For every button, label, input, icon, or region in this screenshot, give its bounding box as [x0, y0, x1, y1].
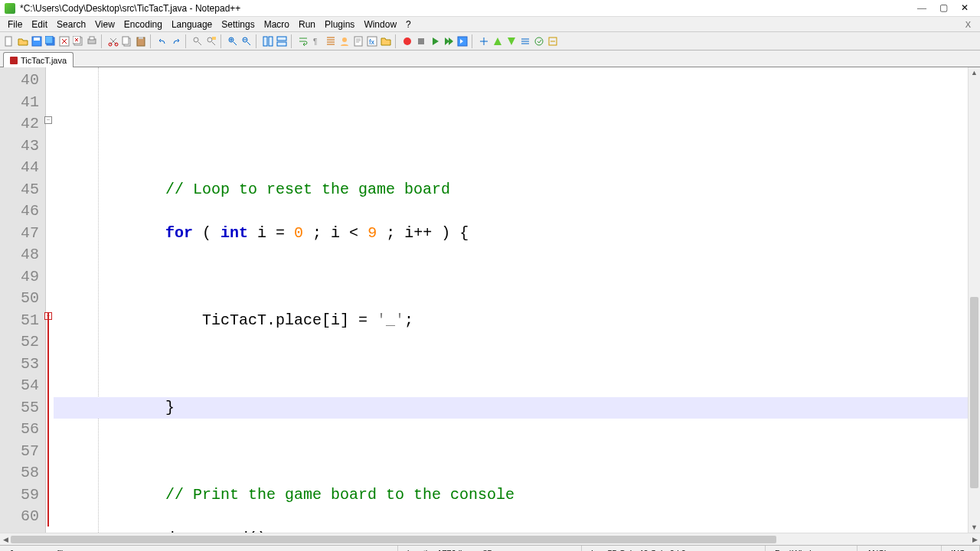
replace-icon[interactable]: [205, 35, 217, 47]
scroll-up-icon[interactable]: ▲: [969, 67, 980, 78]
new-file-icon[interactable]: [3, 35, 15, 47]
menu-bar: File Edit Search View Encoding Language …: [0, 17, 980, 32]
find-icon[interactable]: [191, 35, 204, 47]
zoom-in-icon[interactable]: [227, 35, 239, 47]
scrollbar-thumb[interactable]: [970, 297, 978, 488]
close-button[interactable]: ✕: [954, 2, 975, 15]
tab-label: TicTacT.java: [21, 56, 67, 65]
svg-point-30: [403, 37, 411, 45]
tab-tictact[interactable]: TicTacT.java: [3, 52, 74, 67]
file-modified-icon: [10, 57, 18, 64]
svg-rect-4: [45, 36, 53, 44]
svg-rect-15: [139, 37, 143, 39]
status-encoding[interactable]: ANSI: [858, 546, 942, 551]
paste-icon[interactable]: [135, 35, 147, 47]
svg-point-26: [342, 37, 347, 42]
menu-file[interactable]: File: [3, 18, 27, 31]
svg-rect-18: [212, 37, 216, 40]
svg-point-17: [207, 37, 212, 42]
svg-point-33: [535, 37, 543, 45]
func-list-icon[interactable]: fx: [366, 35, 378, 47]
undo-icon[interactable]: [156, 35, 168, 47]
sync-h-icon[interactable]: [276, 35, 288, 47]
horizontal-scrollbar[interactable]: ◀ ▶: [0, 533, 980, 545]
status-length: length : 1776 lines : 85: [398, 546, 582, 551]
scrollbar-thumb[interactable]: [11, 536, 776, 543]
indent-guide-icon[interactable]: [325, 35, 337, 47]
fold-marker-icon[interactable]: −: [44, 116, 52, 124]
editor-area[interactable]: 4041424344454647484950515253545556575859…: [0, 67, 980, 533]
macro-save-icon[interactable]: [456, 35, 469, 47]
svg-rect-9: [90, 37, 94, 40]
folder-icon[interactable]: [380, 35, 392, 47]
menu-run[interactable]: Run: [294, 18, 320, 31]
svg-rect-23: [277, 37, 286, 41]
close-all-icon[interactable]: [72, 35, 84, 47]
scroll-left-icon[interactable]: ◀: [0, 536, 11, 543]
maximize-button[interactable]: ▢: [933, 2, 954, 15]
macro-stop-icon[interactable]: [415, 35, 427, 47]
menu-settings[interactable]: Settings: [217, 18, 259, 31]
save-all-icon[interactable]: [44, 35, 57, 47]
menu-help[interactable]: ?: [401, 18, 416, 31]
doc-map-icon[interactable]: [352, 35, 364, 47]
minimize-button[interactable]: —: [911, 2, 933, 15]
tb-extra-2-icon[interactable]: [492, 35, 504, 47]
print-icon[interactable]: [86, 35, 98, 47]
menu-macro[interactable]: Macro: [260, 18, 294, 31]
macro-play-icon[interactable]: [429, 35, 441, 47]
menu-edit[interactable]: Edit: [27, 18, 52, 31]
status-insert-mode[interactable]: INS: [942, 546, 980, 551]
line-number-gutter: 4041424344454647484950515253545556575859…: [0, 67, 46, 533]
menu-window[interactable]: Window: [359, 18, 401, 31]
zoom-out-icon[interactable]: [240, 35, 253, 47]
status-position: Ln : 55 Col : 40 Sel : 0 | 0: [582, 546, 766, 551]
menu-view[interactable]: View: [90, 18, 119, 31]
svg-text:fx: fx: [369, 38, 375, 46]
title-bar: *C:\Users\Cody\Desktop\src\TicTacT.java …: [0, 0, 980, 17]
svg-rect-24: [277, 42, 286, 46]
current-line-highlight: [54, 397, 968, 419]
redo-icon[interactable]: [170, 35, 182, 47]
tb-extra-5-icon[interactable]: [533, 35, 545, 47]
status-bar: Java source file length : 1776 lines : 8…: [0, 545, 980, 551]
svg-point-16: [194, 37, 198, 42]
svg-rect-21: [263, 37, 267, 46]
svg-rect-31: [418, 38, 424, 44]
fold-column[interactable]: − −: [46, 67, 54, 533]
macro-play-multi-icon[interactable]: [443, 35, 455, 47]
save-icon[interactable]: [31, 35, 43, 47]
sync-v-icon[interactable]: [262, 35, 274, 47]
code-editor[interactable]: // Loop to reset the game board for ( in…: [54, 67, 968, 533]
app-icon: [5, 3, 15, 14]
tb-extra-6-icon[interactable]: [547, 35, 559, 47]
tab-close-x[interactable]: X: [959, 20, 977, 29]
show-all-chars-icon[interactable]: ¶: [311, 35, 323, 47]
toolbar: ¶ fx: [0, 32, 980, 51]
menu-plugins[interactable]: Plugins: [320, 18, 359, 31]
window-title: *C:\Users\Cody\Desktop\src\TicTacT.java …: [20, 3, 911, 14]
macro-record-icon[interactable]: [401, 35, 413, 47]
user-lang-icon[interactable]: [338, 35, 351, 47]
svg-rect-0: [5, 37, 11, 46]
status-eol[interactable]: Dos\Windows: [766, 546, 858, 551]
menu-language[interactable]: Language: [167, 18, 217, 31]
menu-search[interactable]: Search: [52, 18, 90, 31]
wordwrap-icon[interactable]: [297, 35, 309, 47]
tb-extra-4-icon[interactable]: [519, 35, 531, 47]
vertical-scrollbar[interactable]: ▲ ▼: [968, 67, 980, 533]
cut-icon[interactable]: [107, 35, 119, 47]
close-file-icon[interactable]: [58, 35, 70, 47]
open-file-icon[interactable]: [17, 35, 29, 47]
scroll-down-icon[interactable]: ▼: [969, 522, 980, 533]
copy-icon[interactable]: [121, 35, 133, 47]
tb-extra-1-icon[interactable]: [478, 35, 490, 47]
svg-rect-22: [269, 37, 273, 46]
fold-change-bar: [47, 312, 49, 527]
tb-extra-3-icon[interactable]: [505, 35, 518, 47]
tab-bar: TicTacT.java: [0, 51, 980, 67]
menu-encoding[interactable]: Encoding: [119, 18, 167, 31]
svg-rect-2: [34, 37, 40, 41]
svg-text:¶: ¶: [313, 37, 317, 46]
scroll-right-icon[interactable]: ▶: [969, 536, 980, 543]
